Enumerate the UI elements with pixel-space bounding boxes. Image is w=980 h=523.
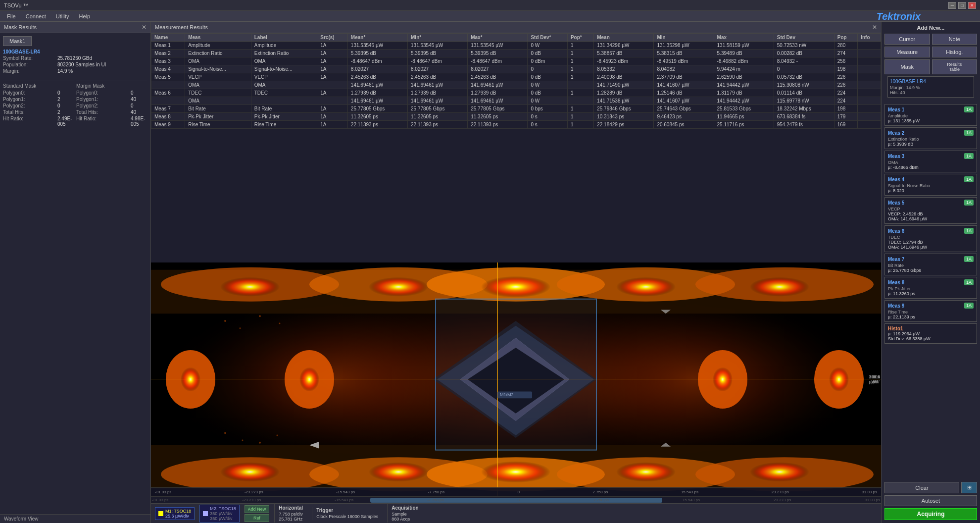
meas-item-name: Meas 7 <box>888 257 904 262</box>
results-table-btn[interactable]: ResultsTable <box>932 59 978 74</box>
meas-item-desc: Rise Time <box>888 310 974 314</box>
table-row[interactable]: OMA141.69461 µW141.69461 µW141.69461 µW0… <box>151 97 881 105</box>
eye-diagram-svg: M1/M2 <box>151 262 881 496</box>
menu-bar: File Connect Utility Help Tektronix <box>0 11 980 22</box>
right-meas-item[interactable]: Meas 8 1A Pk-Pk Jitter µ: 11.3260 ps <box>884 277 977 299</box>
table-row[interactable]: OMAOMA141.69461 µW141.69461 µW141.69461 … <box>151 81 881 89</box>
window-controls[interactable]: ─ □ ✕ <box>948 2 976 9</box>
acquiring-btn[interactable]: Acquiring <box>884 508 977 520</box>
meas-item-value: OMA: 141.6946 µW <box>888 245 974 250</box>
right-meas-item[interactable]: Meas 4 1A Signal-to-Noise Ratio µ: 8.020 <box>884 174 977 196</box>
mask-btn[interactable]: Mask <box>884 59 930 74</box>
meas-item-value2: VECP: 2.4526 dB <box>888 211 974 216</box>
right-meas-item[interactable]: Meas 2 1A Extinction Ratio µ: 5.3939 dB <box>884 127 977 149</box>
poly0-std-label: Polygon0: <box>3 90 57 96</box>
hit-ratio-margin-label: Hit Ratio: <box>76 116 131 127</box>
timeline-label-c5: 7.750 ps <box>593 498 609 502</box>
svg-point-49 <box>259 442 261 444</box>
table-row[interactable]: Meas 1AmplitudeAmplitude1A131.53545 µW13… <box>151 42 881 50</box>
add-ref-btn[interactable]: Ref <box>245 514 270 522</box>
mask-panel-title: Mask Results <box>4 24 37 30</box>
svg-point-13 <box>616 277 676 297</box>
col-max: Max <box>714 34 774 42</box>
col-std-dev: Std Dev <box>774 34 834 42</box>
time-label-3: -7.750 ps <box>428 490 444 494</box>
right-meas-item[interactable]: Meas 6 1A TDEC TDEC: 1.2794 dB OMA: 141.… <box>884 225 977 252</box>
svg-point-14 <box>750 277 809 297</box>
icon-btn[interactable]: ⊞ <box>961 482 977 493</box>
table-header-row: Name Meas Label Src(s) Mean* Min* Max* S… <box>151 34 881 42</box>
maximize-btn[interactable]: □ <box>958 2 966 9</box>
right-meas-item[interactable]: Meas 1 1A Amplitude µ: 131.1355 µW <box>884 104 977 126</box>
histo-name: Histo1 <box>888 326 974 331</box>
poly2-std-label: Polygon2: <box>3 103 57 108</box>
note-btn[interactable]: Note <box>932 34 978 45</box>
time-label-8: 31.03 ps <box>862 490 877 494</box>
table-row[interactable]: Meas 7Bit RateBit Rate1A25.77805 Gbps25.… <box>151 105 881 113</box>
histo-value: µ: 119.2964 µW <box>888 331 974 336</box>
cursor-btn[interactable]: Cursor <box>884 34 930 45</box>
add-new-btn[interactable]: Add New <box>245 505 270 513</box>
minimize-btn[interactable]: ─ <box>948 2 956 9</box>
meas-item-badge: 1A <box>964 228 974 234</box>
table-row[interactable]: Meas 3OMAOMA1A-8.48647 dBm-8.48647 dBm-8… <box>151 57 881 65</box>
clear-btn[interactable]: Clear <box>884 482 959 493</box>
right-panel: Add New... Cursor Note Measure Histog. M… <box>881 22 980 523</box>
col-min-r: Min* <box>408 34 468 42</box>
clear-icon-row: Clear ⊞ <box>884 482 977 493</box>
autoset-btn[interactable]: Autoset <box>884 495 977 506</box>
histog-btn[interactable]: Histog. <box>932 47 978 57</box>
timeline-label-c6: 15.543 ps <box>683 498 700 502</box>
col-info: Info <box>858 34 881 42</box>
margin-label: Margin: <box>3 68 57 74</box>
menu-file[interactable]: File <box>2 12 21 20</box>
add-ref-buttons[interactable]: Add New Ref <box>245 505 270 522</box>
meas-item-desc: OMA <box>888 160 974 165</box>
table-row[interactable]: Meas 9Rise TimeRise Time1A22.11393 ps22.… <box>151 121 881 129</box>
meas-item-header: Meas 6 1A <box>888 228 974 234</box>
title-bar: TSOVu ™ ─ □ ✕ <box>0 0 980 11</box>
scale-25: 25.6 µW <box>871 374 880 384</box>
timeline-scroll[interactable]: -31.03 ps -23.273 ps -15.543 ps -7.750 p… <box>151 496 881 503</box>
table-row[interactable]: Meas 8Pk-Pk JitterPk-Pk Jitter1A11.32605… <box>151 113 881 121</box>
right-histo-item[interactable]: Histo1 µ: 119.2964 µW Std Dev: 66.3388 µ… <box>884 323 977 344</box>
timeline-label-c3: -7.750 ps <box>427 498 443 502</box>
table-row[interactable]: Meas 6TDECTDEC1A1.27939 dB1.27939 dB1.27… <box>151 89 881 97</box>
horizontal-value: 25.781 GHz <box>279 517 303 522</box>
horizontal-title: Horizontal <box>279 505 303 511</box>
menu-utility[interactable]: Utility <box>51 12 74 20</box>
mask-panel-close[interactable]: ✕ <box>142 24 147 31</box>
meas-item-badge: 1A <box>964 200 974 206</box>
total-hits-margin-label: Total Hits: <box>76 109 131 115</box>
right-meas-item[interactable]: Meas 3 1A OMA µ: -8.4865 dBm <box>884 151 977 172</box>
table-row[interactable]: Meas 2Extinction RatioExtinction Ratio1A… <box>151 50 881 57</box>
close-btn[interactable]: ✕ <box>968 2 976 9</box>
measure-btn[interactable]: Measure <box>884 47 930 57</box>
total-hits-margin-val: 40 <box>131 109 136 115</box>
meas-panel-close[interactable]: ✕ <box>872 24 877 31</box>
timeline-label-left: -31.03 ps <box>152 498 168 502</box>
timeline-label-c2: -15.543 ps <box>335 498 353 502</box>
right-meas-item[interactable]: Meas 7 1A Bit Rate µ: 25.7780 Gbps <box>884 254 977 275</box>
meas-item-desc: Bit Rate <box>888 263 974 268</box>
meas-item-badge: 1A <box>964 256 974 262</box>
measurement-table-body: Meas 1AmplitudeAmplitude1A131.53545 µW13… <box>151 42 881 129</box>
right-meas-item[interactable]: Meas 9 1A Rise Time µ: 22.1139 ps <box>884 300 977 322</box>
mask1-tab[interactable]: Mask1 <box>3 36 32 46</box>
meas-item-desc: Pk-Pk Jitter <box>888 286 974 291</box>
menu-connect[interactable]: Connect <box>21 12 51 20</box>
measurement-table-wrapper[interactable]: Name Meas Label Src(s) Mean* Min* Max* S… <box>151 33 881 129</box>
table-row[interactable]: Meas 4Signal-to-Noise...Signal-to-Noise.… <box>151 65 881 73</box>
meas-item-header: Meas 7 1A <box>888 256 974 262</box>
svg-point-10 <box>220 277 280 297</box>
right-meas-item[interactable]: Meas 5 1A VECP VECP: 2.4526 dB OMA: 141.… <box>884 197 977 224</box>
mask-name: 100GBASE-LR4 <box>3 49 40 54</box>
table-row[interactable]: Meas 5VECPVECP1A2.45263 dB2.45263 dB2.45… <box>151 73 881 81</box>
menu-help[interactable]: Help <box>74 12 96 20</box>
waveform-title-left: Waveform View <box>4 516 38 522</box>
meas-item-name: Meas 9 <box>888 303 904 309</box>
poly1-std-label: Polygon1: <box>3 97 57 102</box>
app-title: TSOVu ™ <box>4 2 29 8</box>
total-hits-std-label: Total Hits: <box>3 109 57 115</box>
svg-point-44 <box>240 327 241 329</box>
